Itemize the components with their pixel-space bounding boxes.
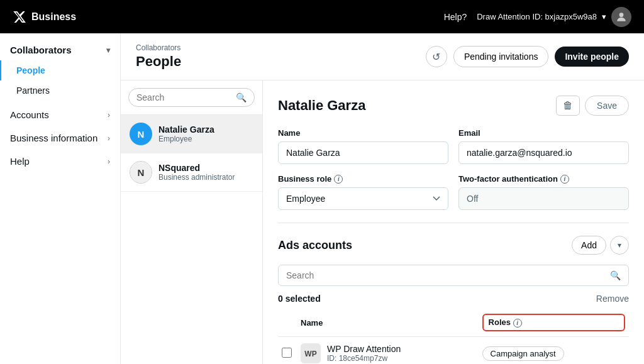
ads-table: Name Roles i bbox=[278, 309, 629, 364]
person-role: Business administrator bbox=[158, 173, 235, 182]
row-checkbox-cell bbox=[278, 337, 297, 365]
business-role-info-icon[interactable]: i bbox=[334, 175, 343, 184]
person-name: NSquared bbox=[158, 163, 235, 173]
trash-icon: 🗑 bbox=[563, 100, 573, 111]
sidebar-item-business-info[interactable]: Business information › bbox=[0, 126, 120, 150]
list-item[interactable]: N Natalie Garza Employee bbox=[121, 115, 262, 153]
account-id-text: Draw Attention ID: bxjazpx5w9a8 bbox=[477, 12, 597, 21]
sidebar-section-collaborators: Collaborators ▾ People Partners bbox=[0, 40, 120, 101]
person-info: NSquared Business administrator bbox=[158, 163, 235, 182]
topbar-right: Help? Draw Attention ID: bxjazpx5w9a8 ▾ bbox=[444, 7, 631, 27]
sidebar-header-collaborators[interactable]: Collaborators ▾ bbox=[0, 40, 120, 60]
person-name: Natalie Garza bbox=[158, 124, 214, 135]
search-input[interactable] bbox=[136, 92, 232, 102]
chevron-down-icon: ▾ bbox=[618, 241, 621, 250]
delete-button[interactable]: 🗑 bbox=[556, 96, 580, 116]
search-icon: 🔍 bbox=[610, 270, 621, 280]
x-logo-icon bbox=[13, 10, 26, 24]
table-row: WP WP Draw Attention ID: 18ce54mp7zw bbox=[278, 337, 629, 365]
main-content: Collaborators People ↺ Pending invitatio… bbox=[121, 33, 644, 364]
col-checkbox bbox=[278, 309, 297, 337]
sidebar-item-help[interactable]: Help › bbox=[0, 150, 120, 173]
roles-label: Roles bbox=[489, 317, 511, 327]
chevron-right-icon: › bbox=[108, 157, 110, 166]
col-roles: Roles i bbox=[479, 309, 629, 337]
help-link[interactable]: Help? bbox=[444, 12, 467, 22]
col-name: Name bbox=[297, 309, 479, 337]
roles-header-highlighted: Roles i bbox=[482, 314, 625, 331]
expand-button[interactable]: ▾ bbox=[610, 236, 629, 255]
search-box: 🔍 bbox=[121, 80, 262, 115]
chevron-right-icon: › bbox=[108, 111, 110, 119]
avatar bbox=[611, 7, 631, 27]
name-label: Name bbox=[278, 128, 448, 138]
sidebar-partners-label: Partners bbox=[16, 85, 50, 96]
pending-invitations-button[interactable]: Pending invitations bbox=[453, 46, 549, 67]
business-role-label: Business role i bbox=[278, 174, 448, 184]
two-fa-field bbox=[458, 187, 629, 210]
email-label: Email bbox=[458, 128, 629, 138]
sidebar-item-accounts[interactable]: Accounts › bbox=[0, 103, 120, 126]
svg-point-0 bbox=[619, 13, 624, 17]
chevron-down-icon: ▾ bbox=[106, 46, 110, 55]
account-id: ID: 18ce54mp7zw bbox=[327, 354, 401, 363]
account-details: WP Draw Attention ID: 18ce54mp7zw bbox=[327, 344, 401, 363]
roles-info-icon[interactable]: i bbox=[513, 319, 522, 328]
form-group-email: Email bbox=[458, 128, 629, 164]
refresh-icon: ↺ bbox=[432, 51, 440, 63]
detail-person-name: Natalie Garza bbox=[278, 97, 365, 114]
save-button[interactable]: Save bbox=[585, 96, 629, 116]
account-info-cell: WP WP Draw Attention ID: 18ce54mp7zw bbox=[301, 343, 475, 363]
sidebar: Collaborators ▾ People Partners Accounts… bbox=[0, 33, 121, 364]
page-header-right: ↺ Pending invitations Invite people bbox=[426, 46, 629, 67]
sidebar-help-label: Help bbox=[10, 156, 30, 167]
divider bbox=[278, 223, 629, 223]
page-title: People bbox=[136, 53, 181, 70]
ads-header-actions: Add ▾ bbox=[572, 236, 629, 255]
two-fa-label: Two-factor authentication i bbox=[458, 174, 629, 184]
form-group-business-role: Business role i Employee Admin Finance bbox=[278, 174, 448, 210]
detail-header: Natalie Garza 🗑 Save bbox=[278, 96, 629, 116]
sidebar-people-label: People bbox=[16, 65, 45, 75]
person-info: Natalie Garza Employee bbox=[158, 124, 214, 143]
role-badge[interactable]: Campaign analyst bbox=[482, 346, 564, 361]
sidebar-accounts-label: Accounts bbox=[10, 109, 49, 120]
page-header-left: Collaborators People bbox=[136, 43, 181, 70]
form-group-2fa: Two-factor authentication i bbox=[458, 174, 629, 210]
account-info[interactable]: Draw Attention ID: bxjazpx5w9a8 ▾ bbox=[477, 7, 631, 27]
refresh-button[interactable]: ↺ bbox=[426, 46, 447, 67]
name-field[interactable] bbox=[278, 141, 448, 164]
email-field[interactable] bbox=[458, 141, 629, 164]
form-group-name: Name bbox=[278, 128, 448, 164]
search-icon: 🔍 bbox=[236, 92, 247, 102]
row-checkbox[interactable] bbox=[282, 348, 292, 358]
selected-bar: 0 selected Remove bbox=[278, 294, 629, 304]
list-item[interactable]: N NSquared Business administrator bbox=[121, 153, 262, 192]
logo[interactable]: Business bbox=[13, 10, 76, 24]
people-list: 🔍 N Natalie Garza Employee N NSquared bbox=[121, 80, 263, 364]
ads-accounts-header: Ads accounts Add ▾ bbox=[278, 236, 629, 255]
form-row-role-2fa: Business role i Employee Admin Finance T… bbox=[278, 174, 629, 210]
selected-count: 0 selected bbox=[278, 294, 321, 304]
add-button[interactable]: Add bbox=[572, 236, 606, 255]
remove-link[interactable]: Remove bbox=[596, 294, 629, 304]
search-input-wrap: 🔍 bbox=[128, 88, 255, 107]
sidebar-item-people[interactable]: People bbox=[0, 60, 120, 80]
two-fa-info-icon[interactable]: i bbox=[560, 175, 569, 184]
ads-accounts-title: Ads accounts bbox=[278, 239, 352, 252]
ads-search-input[interactable] bbox=[286, 270, 605, 280]
form-row-name-email: Name Email bbox=[278, 128, 629, 164]
breadcrumb: Collaborators bbox=[136, 43, 181, 52]
content-area: 🔍 N Natalie Garza Employee N NSquared bbox=[121, 80, 644, 364]
topbar: Business Help? Draw Attention ID: bxjazp… bbox=[0, 0, 644, 33]
chevron-right-icon: › bbox=[108, 134, 110, 143]
invite-people-button[interactable]: Invite people bbox=[555, 47, 629, 67]
business-role-select[interactable]: Employee Admin Finance bbox=[278, 187, 448, 210]
detail-panel: Natalie Garza 🗑 Save Name E bbox=[263, 80, 644, 364]
chevron-down-icon: ▾ bbox=[602, 12, 606, 21]
topbar-left: Business bbox=[13, 10, 76, 24]
svg-text:N: N bbox=[138, 167, 145, 178]
sidebar-item-partners[interactable]: Partners bbox=[0, 80, 120, 101]
svg-text:WP: WP bbox=[304, 350, 316, 358]
role-cell: Campaign analyst bbox=[479, 337, 629, 365]
